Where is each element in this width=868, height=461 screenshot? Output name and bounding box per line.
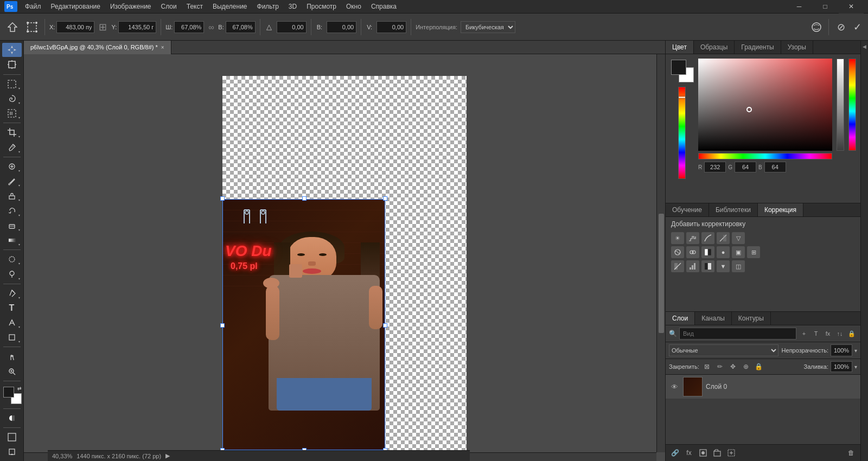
menu-select[interactable]: Выделение xyxy=(208,2,252,11)
object-select-tool[interactable]: ▾ xyxy=(2,106,22,120)
foreground-color-box[interactable] xyxy=(3,387,14,398)
hue-slider-horizontal[interactable] xyxy=(698,153,832,159)
hskew-input[interactable] xyxy=(327,21,356,33)
lock-all-btn[interactable]: 🔒 xyxy=(754,361,764,372)
fg-bg-color-selector[interactable] xyxy=(670,59,694,82)
levels-icon[interactable] xyxy=(686,232,699,244)
collapse-panel-btn[interactable]: ◀ xyxy=(861,43,867,50)
color-gradient-picker[interactable] xyxy=(698,59,832,151)
layers-type-icon[interactable]: T xyxy=(810,328,821,339)
expand-arrow[interactable]: ▶ xyxy=(165,452,170,459)
stamp-tool[interactable]: ▾ xyxy=(2,189,22,203)
lock-artboard-btn[interactable]: ⊕ xyxy=(741,361,751,372)
bw-icon[interactable] xyxy=(701,246,714,258)
channel-mixer-icon[interactable]: ▣ xyxy=(732,246,745,258)
hand-tool[interactable] xyxy=(2,349,22,363)
channels-tab[interactable]: Каналы xyxy=(695,312,732,325)
marquee-tool[interactable]: ▾ xyxy=(2,76,22,91)
menu-text[interactable]: Текст xyxy=(182,2,207,11)
brightness-contrast-icon[interactable]: ☀ xyxy=(671,232,684,244)
window-close[interactable]: ✕ xyxy=(839,0,864,14)
selective-color-icon[interactable]: ◫ xyxy=(732,260,745,272)
menu-3d[interactable]: 3D xyxy=(284,2,301,11)
exposure-icon[interactable] xyxy=(717,232,730,244)
handle-mid-right[interactable] xyxy=(383,323,387,328)
layers-tab[interactable]: Слои xyxy=(666,312,695,325)
dodge-tool[interactable]: ▾ xyxy=(2,267,22,281)
brush-tool[interactable]: ▾ xyxy=(2,174,22,188)
color-balance-icon[interactable] xyxy=(686,246,699,258)
window-minimize[interactable]: ─ xyxy=(787,0,812,14)
handle-top-left[interactable] xyxy=(220,196,225,201)
vibrance-icon[interactable]: ▽ xyxy=(732,232,745,244)
y-input[interactable] xyxy=(118,21,156,33)
menu-view[interactable]: Просмотр xyxy=(302,2,341,11)
history-brush-tool[interactable]: ▾ xyxy=(2,203,22,217)
swap-colors-icon[interactable]: ⇄ xyxy=(17,386,22,391)
invert-icon[interactable] xyxy=(671,260,684,272)
menu-image[interactable]: Изображение xyxy=(106,2,156,11)
delete-layer-btn[interactable]: 🗑 xyxy=(845,447,857,459)
add-style-btn[interactable]: fx xyxy=(683,447,695,459)
shape-tool[interactable]: ▾ xyxy=(2,330,22,344)
patterns-tab[interactable]: Узоры xyxy=(781,41,813,54)
color-lookup-icon[interactable]: ⊞ xyxy=(747,246,760,258)
handle-top-center[interactable] xyxy=(302,196,307,201)
b-input[interactable] xyxy=(764,162,786,172)
layers-filter-create-icon[interactable]: + xyxy=(799,328,809,339)
tab-close-btn[interactable]: × xyxy=(161,44,164,50)
interpolation-select[interactable]: Бикубическая xyxy=(461,21,515,33)
rotate-view-btn[interactable] xyxy=(2,445,22,459)
swatches-tab[interactable]: Образцы xyxy=(694,41,735,54)
link-icon[interactable]: ⊞ xyxy=(99,21,107,33)
menu-file[interactable]: Файл xyxy=(21,2,46,11)
hue-saturation-icon[interactable] xyxy=(671,246,684,258)
menu-help[interactable]: Справка xyxy=(367,2,401,11)
curves-icon[interactable] xyxy=(701,232,714,244)
photo-filter-icon[interactable]: ● xyxy=(717,246,730,258)
hue-slider-vertical[interactable] xyxy=(678,87,686,179)
h-input[interactable] xyxy=(226,21,256,33)
fg-color-swatch[interactable] xyxy=(671,60,686,75)
vskew-input[interactable] xyxy=(376,21,406,33)
layer-item[interactable]: 👁 Слой 0 xyxy=(666,375,860,399)
threshold-icon[interactable] xyxy=(701,260,714,272)
color-tab[interactable]: Цвет xyxy=(666,41,694,54)
layers-attributes-icon[interactable]: ↑↓ xyxy=(834,328,845,339)
new-layer-btn[interactable] xyxy=(725,447,737,459)
menu-window[interactable]: Окно xyxy=(342,2,366,11)
gradient-tool[interactable]: ▾ xyxy=(2,233,22,247)
warp-icon[interactable] xyxy=(810,21,823,34)
libraries-tab[interactable]: Библиотеки xyxy=(709,203,758,216)
g-input[interactable] xyxy=(735,162,756,172)
tool-transform-options[interactable] xyxy=(24,19,40,35)
artboard-tool[interactable] xyxy=(2,57,22,72)
eraser-tool[interactable]: ▾ xyxy=(2,219,22,233)
eyedropper-tool[interactable]: ▾ xyxy=(2,140,22,154)
layers-effect-icon[interactable]: fx xyxy=(822,328,833,339)
menu-layers[interactable]: Слои xyxy=(157,2,181,11)
link-layers-btn[interactable]: 🔗 xyxy=(669,447,681,459)
blur-tool[interactable]: ▾ xyxy=(2,252,22,266)
v-scrollbar[interactable] xyxy=(656,54,665,452)
add-mask-btn[interactable] xyxy=(697,447,709,459)
new-group-btn[interactable] xyxy=(711,447,723,459)
active-document-tab[interactable]: p6Iwc1vBGpA.jpg @ 40,3% (Слой 0, RGB/8#)… xyxy=(24,41,171,54)
paths-tab[interactable]: Контуры xyxy=(732,312,771,325)
zoom-tool[interactable] xyxy=(2,364,22,379)
quick-mask-toggle[interactable] xyxy=(2,411,22,425)
blend-mode-select[interactable]: Обычные xyxy=(669,344,778,356)
cancel-transform-icon[interactable]: ⊘ xyxy=(834,21,847,34)
fill-input[interactable] xyxy=(831,361,852,372)
lock-transparent-btn[interactable]: ⊠ xyxy=(701,361,712,372)
opacity-arrow[interactable]: ▾ xyxy=(854,348,857,354)
lock-position-btn[interactable]: ✥ xyxy=(727,361,738,372)
type-tool[interactable]: T xyxy=(2,301,22,315)
w-input[interactable] xyxy=(174,21,204,33)
posterize-icon[interactable] xyxy=(686,260,699,272)
crop-tool[interactable]: ▾ xyxy=(2,125,22,139)
tool-home[interactable] xyxy=(4,19,21,35)
layer-visibility-icon[interactable]: 👁 xyxy=(669,381,680,392)
r-input[interactable] xyxy=(704,162,726,172)
learning-tab[interactable]: Обучение xyxy=(666,203,709,216)
